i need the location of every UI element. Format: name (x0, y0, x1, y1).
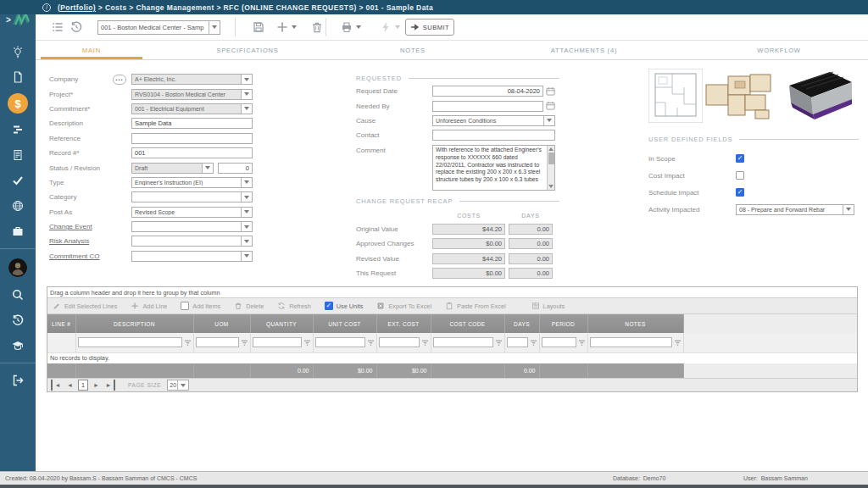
chevron-down-icon[interactable] (241, 75, 252, 84)
calendar-icon[interactable] (546, 84, 555, 99)
add-line-button[interactable]: Add Line (131, 302, 167, 310)
column-header-cost-code[interactable]: COST CODE (431, 314, 504, 333)
costs-module-icon[interactable]: $ (8, 93, 28, 114)
record-selector[interactable]: 001 - Boston Medical Center - Samp (97, 20, 220, 35)
first-page-button[interactable]: ◄ (51, 380, 62, 391)
commitment-select[interactable]: 001 - Electrical Equipment (131, 103, 253, 114)
in-scope-checkbox[interactable] (736, 154, 744, 163)
actions-menu-icon[interactable] (395, 25, 400, 29)
schedule-impact-checkbox[interactable] (736, 188, 744, 197)
column-header-uom[interactable]: UOM (193, 314, 250, 333)
current-page[interactable]: 1 (78, 380, 88, 391)
project-select[interactable]: RVS0104 - Boston Medical Center (131, 89, 253, 100)
post-as-select[interactable]: Revised Scope (131, 207, 253, 218)
filter-funnel-icon[interactable] (303, 335, 311, 350)
print-icon[interactable] (340, 20, 353, 34)
chevron-down-icon[interactable] (241, 222, 252, 231)
chevron-down-icon[interactable] (543, 116, 554, 125)
delete-record-icon[interactable] (310, 20, 324, 34)
chevron-down-icon[interactable] (241, 192, 252, 202)
filter-funnel-icon[interactable] (674, 335, 682, 350)
floorplan-thumbnail[interactable] (704, 73, 777, 120)
ideas-lightbulb-icon[interactable] (11, 45, 25, 58)
filter-cost-code-input[interactable] (433, 337, 493, 347)
use-units-toggle[interactable]: Use Units (325, 302, 364, 310)
request-date-input[interactable] (432, 86, 543, 97)
group-by-panel[interactable]: Drag a column header and drop it here to… (47, 287, 857, 298)
chevron-down-icon[interactable] (843, 205, 854, 214)
paste-from-excel-button[interactable]: Paste From Excel (445, 302, 506, 310)
submit-button[interactable]: SUBMIT (405, 19, 454, 36)
scrollbar-thumb[interactable] (548, 152, 554, 164)
delete-lines-button[interactable]: Delete (234, 302, 264, 310)
scroll-up-icon[interactable] (548, 147, 554, 151)
risk-analysis-link[interactable]: Risk Analysis (49, 237, 131, 245)
filter-description-input[interactable] (78, 337, 182, 347)
filter-funnel-icon[interactable] (530, 335, 537, 350)
needed-by-input[interactable] (432, 101, 543, 112)
sidebar-expand-icon[interactable]: > (6, 15, 11, 25)
filter-funnel-icon[interactable] (241, 335, 248, 350)
filter-funnel-icon[interactable] (421, 335, 429, 350)
column-header-days[interactable]: DAYS (504, 314, 539, 333)
chevron-down-icon[interactable] (241, 104, 252, 114)
description-input[interactable] (131, 118, 253, 129)
column-header-period[interactable]: PERIOD (539, 314, 587, 333)
comment-textarea[interactable]: With reference to the attached Engineer'… (432, 145, 555, 191)
logout-icon[interactable] (11, 374, 25, 387)
chevron-down-icon[interactable] (241, 252, 252, 261)
last-page-button[interactable]: ► (104, 380, 115, 391)
commitment-co-link[interactable]: Commitment CO (49, 252, 131, 260)
tab-attachments[interactable]: ATTACHMENTS (4) (516, 41, 652, 60)
page-size-select[interactable]: 20 (167, 380, 189, 391)
add-record-icon[interactable] (275, 20, 289, 34)
change-event-select[interactable] (131, 221, 253, 232)
actions-lightning-icon[interactable] (379, 20, 392, 34)
commitment-co-select[interactable] (131, 251, 253, 262)
globe-icon[interactable] (11, 199, 25, 213)
checkmark-icon[interactable] (11, 174, 25, 187)
column-header-ext-cost[interactable]: EXT. COST (376, 314, 431, 333)
company-lookup-button[interactable]: ••• (113, 75, 126, 85)
chevron-down-icon[interactable] (177, 380, 188, 390)
filter-period-input[interactable] (542, 337, 576, 347)
record-number-input[interactable] (131, 147, 253, 158)
blueprint-thumbnail[interactable] (648, 69, 703, 123)
chevron-down-icon[interactable] (209, 21, 220, 34)
filter-funnel-icon[interactable] (578, 335, 586, 350)
category-select[interactable] (131, 191, 253, 202)
use-units-checkbox[interactable] (325, 302, 333, 310)
lists-icon[interactable] (11, 123, 25, 136)
history-icon[interactable] (11, 313, 25, 327)
column-header-description[interactable]: DESCRIPTION (75, 314, 193, 333)
filter-funnel-icon[interactable] (495, 335, 503, 350)
record-list-icon[interactable] (51, 20, 64, 34)
next-page-button[interactable]: ► (91, 380, 102, 391)
tab-specifications[interactable]: SPECIFICATIONS (180, 41, 315, 60)
scroll-down-icon[interactable] (548, 185, 554, 188)
cost-impact-checkbox[interactable] (736, 171, 744, 180)
column-header-unit-cost[interactable]: UNIT COST (313, 314, 376, 333)
filter-days-input[interactable] (507, 337, 528, 347)
filter-notes-input[interactable] (590, 337, 672, 347)
status-select[interactable]: Draft (131, 163, 214, 174)
calendar-icon[interactable] (546, 98, 555, 114)
briefcase-icon[interactable] (11, 225, 25, 238)
contact-input[interactable] (432, 130, 555, 141)
chevron-down-icon[interactable] (241, 90, 252, 99)
chevron-down-icon[interactable] (202, 164, 213, 173)
add-items-button[interactable]: Add Items (181, 302, 220, 310)
chevron-down-icon[interactable] (241, 178, 252, 187)
reference-input[interactable] (131, 133, 253, 144)
filter-funnel-icon[interactable] (184, 335, 192, 350)
edit-selected-lines-button[interactable]: Edit Selected Lines (53, 302, 117, 310)
export-to-excel-button[interactable]: Export To Excel (376, 302, 431, 310)
type-select[interactable]: Engineer's Instruction (EI) (131, 177, 253, 188)
search-icon[interactable] (11, 288, 25, 302)
filter-ext-cost-input[interactable] (379, 337, 420, 347)
user-avatar[interactable] (8, 258, 27, 277)
tab-notes[interactable]: NOTES (370, 41, 455, 60)
risk-analysis-select[interactable] (131, 236, 253, 247)
layouts-button[interactable]: Layouts (531, 302, 565, 310)
previous-page-button[interactable]: ◄ (64, 380, 75, 391)
